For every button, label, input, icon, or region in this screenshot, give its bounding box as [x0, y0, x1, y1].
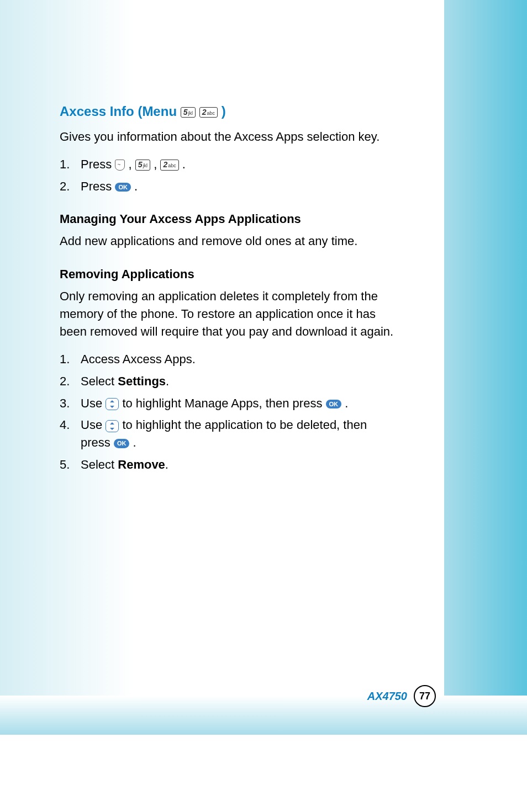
step-number: 5.	[60, 456, 81, 474]
step-content: Access Axcess Apps.	[81, 351, 397, 368]
step-number: 4.	[60, 416, 81, 452]
list-item: 2. Press OK .	[60, 178, 397, 195]
page-number: 77	[414, 685, 436, 707]
step-number: 2.	[60, 373, 81, 390]
nav-up-down-icon	[106, 420, 119, 432]
right-sidebar-background	[444, 0, 527, 696]
ok-button-icon: OK	[114, 439, 130, 448]
page-content: Axcess Info (Menu 5jkl 2abc ) Gives you …	[60, 102, 397, 489]
menu-key-icon	[115, 160, 125, 171]
list-item: 2. Select Settings.	[60, 373, 397, 390]
bottom-gradient	[0, 696, 527, 735]
step-number: 3.	[60, 395, 81, 412]
subheading-managing: Managing Your Axcess Apps Applications	[60, 210, 397, 228]
section-title: Axcess Info (Menu 5jkl 2abc )	[60, 102, 397, 121]
steps-list-1: 1. Press , 5jkl , 2abc . 2. Press OK .	[60, 156, 397, 195]
list-item: 1. Press , 5jkl , 2abc .	[60, 156, 397, 173]
step-content: Select Remove.	[81, 456, 397, 474]
steps-list-2: 1. Access Axcess Apps. 2. Select Setting…	[60, 351, 397, 474]
ok-button-icon: OK	[115, 183, 131, 192]
step-content: Select Settings.	[81, 373, 397, 390]
nav-up-down-icon	[106, 398, 119, 410]
model-label: AX4750	[367, 690, 407, 703]
ok-button-icon: OK	[326, 400, 342, 408]
key-2-icon: 2abc	[199, 107, 218, 118]
step-content: Press , 5jkl , 2abc .	[81, 156, 397, 173]
paragraph: Add new applications and remove old ones…	[60, 232, 397, 250]
step-content: Press OK .	[81, 178, 397, 195]
key-2-icon: 2abc	[160, 160, 178, 170]
intro-text: Gives you information about the Axcess A…	[60, 128, 397, 146]
key-5-icon: 5jkl	[181, 107, 196, 118]
step-number: 1.	[60, 351, 81, 368]
title-suffix: )	[222, 104, 226, 119]
page-footer: AX4750 77	[367, 685, 436, 707]
title-prefix: Axcess Info (Menu	[60, 104, 177, 119]
paragraph: Only removing an application deletes it …	[60, 288, 397, 341]
step-number: 1.	[60, 156, 81, 173]
list-item: 5. Select Remove.	[60, 456, 397, 474]
list-item: 3. Use to highlight Manage Apps, then pr…	[60, 395, 397, 412]
list-item: 1. Access Axcess Apps.	[60, 351, 397, 368]
step-content: Use to highlight Manage Apps, then press…	[81, 395, 397, 412]
key-5-icon: 5jkl	[135, 160, 150, 170]
step-content: Use to highlight the application to be d…	[81, 416, 397, 452]
list-item: 4. Use to highlight the application to b…	[60, 416, 397, 452]
step-number: 2.	[60, 178, 81, 195]
subheading-removing: Removing Applications	[60, 266, 397, 283]
